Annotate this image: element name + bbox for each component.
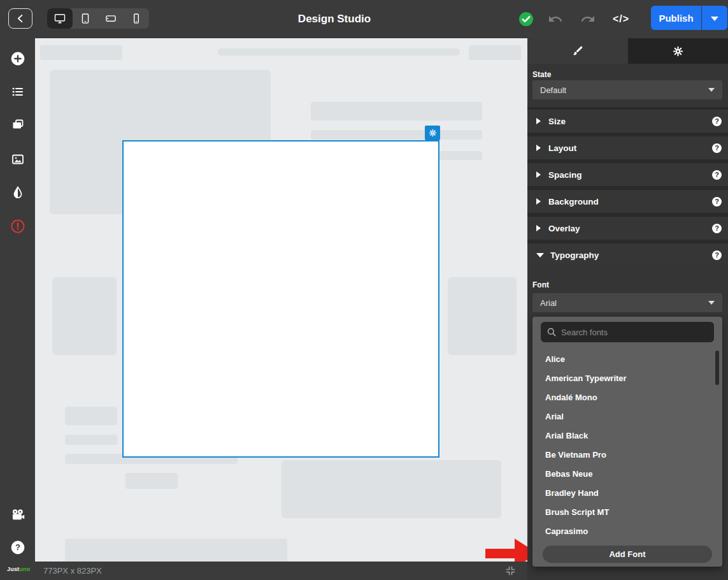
chevron-left-icon bbox=[15, 13, 25, 24]
section-row[interactable]: Layout bbox=[527, 136, 728, 159]
font-option[interactable]: Caprasimo bbox=[532, 521, 722, 540]
publish-button[interactable]: Publish bbox=[651, 6, 701, 30]
search-icon bbox=[546, 326, 557, 338]
caret-down-icon bbox=[711, 17, 718, 21]
paintbrush-icon bbox=[571, 45, 584, 57]
font-option[interactable]: Andalé Mono bbox=[532, 388, 722, 407]
wireframe-block[interactable] bbox=[52, 277, 117, 355]
design-canvas[interactable] bbox=[35, 38, 527, 562]
code-view-button[interactable]: </> bbox=[613, 13, 629, 25]
section-label: Spacing bbox=[548, 170, 582, 180]
wireframe-block[interactable] bbox=[311, 102, 482, 120]
wireframe-block[interactable] bbox=[65, 407, 117, 425]
section-label: Overlay bbox=[548, 224, 580, 233]
help-badge-icon[interactable] bbox=[712, 250, 722, 260]
element-settings-badge[interactable] bbox=[425, 126, 440, 140]
font-option[interactable]: Bradley Hand bbox=[532, 483, 722, 502]
tools-sidebar: ? Justuno bbox=[0, 38, 35, 580]
gear-icon bbox=[672, 45, 684, 57]
justuno-logo[interactable]: Justuno bbox=[7, 566, 30, 572]
help-badge-icon[interactable] bbox=[712, 197, 722, 207]
font-list: Alice American Typewriter Andalé Mono Ar… bbox=[532, 349, 722, 540]
font-dropdown: Alice American Typewriter Andalé Mono Ar… bbox=[532, 317, 722, 567]
layers-list-button[interactable] bbox=[10, 84, 25, 99]
section-row[interactable]: Spacing bbox=[527, 163, 728, 186]
phone-landscape-icon bbox=[104, 12, 117, 25]
wireframe-block[interactable] bbox=[282, 460, 501, 518]
add-element-button[interactable] bbox=[10, 51, 25, 67]
device-tablet-button[interactable] bbox=[73, 8, 98, 29]
font-select-value: Arial bbox=[540, 298, 557, 308]
font-option[interactable]: Alice bbox=[532, 349, 722, 368]
desktop-icon bbox=[54, 12, 66, 25]
warnings-button[interactable] bbox=[10, 219, 25, 235]
topbar: Design Studio </> Publish bbox=[0, 0, 728, 38]
section-row[interactable]: Background bbox=[527, 190, 728, 213]
font-option[interactable]: Bebas Neue bbox=[532, 464, 722, 483]
tab-settings[interactable] bbox=[628, 38, 728, 64]
wireframe-block[interactable] bbox=[40, 45, 122, 60]
section-label: Background bbox=[548, 197, 599, 207]
section-caret-icon bbox=[536, 171, 541, 178]
state-select[interactable]: Default bbox=[532, 80, 722, 99]
selected-element[interactable] bbox=[122, 140, 439, 458]
wireframe-block[interactable] bbox=[218, 48, 460, 55]
font-list-scrollbar[interactable] bbox=[715, 351, 719, 385]
section-row[interactable]: Overlay bbox=[527, 217, 728, 240]
font-select[interactable]: Arial bbox=[532, 293, 722, 312]
section-row[interactable]: Typography bbox=[527, 243, 728, 266]
pages-button[interactable] bbox=[10, 117, 25, 133]
font-option[interactable]: American Typewriter bbox=[532, 368, 722, 388]
section-caret-icon bbox=[536, 253, 544, 257]
font-search-box[interactable] bbox=[541, 322, 714, 342]
phone-portrait-icon bbox=[130, 12, 143, 25]
wireframe-block[interactable] bbox=[65, 539, 287, 562]
font-search-input[interactable] bbox=[561, 328, 709, 337]
back-button[interactable] bbox=[8, 8, 32, 29]
wireframe-block[interactable] bbox=[448, 277, 517, 355]
wireframe-block[interactable] bbox=[469, 45, 521, 60]
video-tutorials-button[interactable] bbox=[10, 506, 26, 523]
section-caret-icon bbox=[536, 145, 541, 151]
font-option[interactable]: Arial bbox=[532, 407, 722, 426]
device-desktop-button[interactable] bbox=[47, 8, 73, 29]
font-label: Font bbox=[532, 280, 549, 289]
help-badge-icon[interactable] bbox=[712, 117, 722, 126]
page-title: Design Studio bbox=[298, 0, 371, 38]
font-option[interactable]: Brush Script MT bbox=[532, 502, 722, 521]
wireframe-block[interactable] bbox=[311, 130, 482, 140]
tablet-icon bbox=[79, 12, 92, 25]
help-button[interactable]: ? bbox=[10, 540, 25, 556]
tab-style[interactable] bbox=[527, 38, 628, 64]
theme-colors-button[interactable] bbox=[10, 185, 25, 200]
help-badge-icon[interactable] bbox=[712, 143, 722, 153]
section-caret-icon bbox=[536, 198, 541, 205]
state-zone: State Default bbox=[527, 64, 728, 107]
images-button[interactable] bbox=[10, 152, 25, 167]
section-label: Typography bbox=[550, 250, 599, 260]
section-caret-icon bbox=[536, 225, 541, 231]
font-option[interactable]: Arial Black bbox=[532, 426, 722, 445]
help-badge-icon[interactable] bbox=[712, 170, 722, 180]
device-preview-toggle bbox=[47, 8, 149, 29]
panel-tabs bbox=[527, 38, 728, 64]
style-panel: State Default Size Layout bbox=[527, 38, 728, 580]
gear-icon bbox=[428, 128, 438, 138]
canvas-dimensions: 773PX x 823PX bbox=[43, 566, 102, 576]
state-label: State bbox=[532, 70, 551, 79]
wireframe-block[interactable] bbox=[65, 435, 117, 445]
undo-button[interactable] bbox=[548, 11, 563, 27]
section-row[interactable]: Size bbox=[527, 110, 728, 133]
wireframe-block[interactable] bbox=[125, 473, 178, 489]
font-option[interactable]: Be Vietnam Pro bbox=[532, 445, 722, 464]
section-rows: Size Layout Spacing Backgroun bbox=[527, 110, 728, 266]
publish-dropdown-button[interactable] bbox=[702, 6, 727, 30]
device-landscape-button[interactable] bbox=[98, 8, 124, 29]
add-font-button[interactable]: Add Font bbox=[543, 546, 712, 563]
redo-button[interactable] bbox=[580, 11, 596, 27]
device-mobile-button[interactable] bbox=[124, 8, 149, 29]
section-label: Size bbox=[548, 117, 566, 126]
help-badge-icon[interactable] bbox=[712, 224, 722, 233]
section-caret-icon bbox=[536, 118, 541, 124]
collapse-corners-icon[interactable] bbox=[504, 565, 517, 577]
